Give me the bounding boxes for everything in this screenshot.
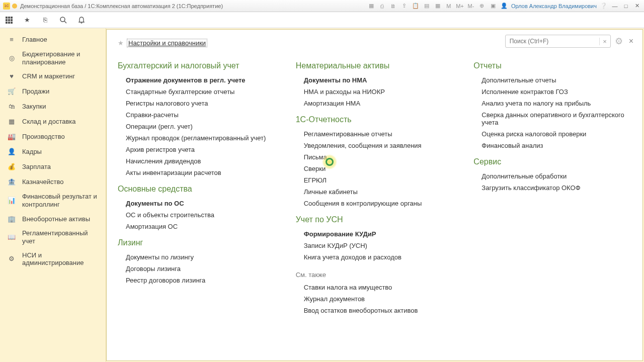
sidebar-item-treasury[interactable]: 🏦Казначейство <box>0 174 106 190</box>
nav-link[interactable]: Книга учета доходов и расходов <box>296 251 454 263</box>
calendar-icon[interactable]: ▦ <box>434 2 442 10</box>
chart-icon: 📊 <box>7 196 16 205</box>
nav-link[interactable]: Договоры лизинга <box>118 263 276 275</box>
sidebar-label: Продажи <box>22 87 49 96</box>
settings-icon[interactable]: ⚙ <box>615 36 623 47</box>
nav-link[interactable]: Загрузить классификатор ОКОФ <box>473 182 631 194</box>
nav-link[interactable]: Журнал проводок (регламентированный учет… <box>118 132 276 144</box>
nav-link[interactable]: Уведомления, сообщения и заявления <box>296 140 454 151</box>
sidebar-item-accounting[interactable]: 📖Регламентированный учет <box>0 226 106 248</box>
window-title: Демонстрационная база / 1С:Комплексная а… <box>20 3 367 9</box>
m-minus-label[interactable]: M- <box>467 2 475 10</box>
save-icon[interactable]: ▦ <box>367 2 375 10</box>
search-box: × <box>505 35 611 48</box>
sidebar-item-production[interactable]: 🏭Производство <box>0 129 106 144</box>
nav-link[interactable]: Журнал документов <box>296 293 454 305</box>
nav-link[interactable]: Амортизация ОС <box>118 221 276 232</box>
sidebar-label: Кадры <box>22 148 42 156</box>
nav-link[interactable]: Дополнительные отчеты <box>473 74 631 86</box>
document-icon[interactable]: 🗎 <box>389 2 397 10</box>
status-dot <box>12 4 17 9</box>
close-panel-button[interactable]: × <box>627 37 635 46</box>
nav-link[interactable]: Реестр договоров лизинга <box>118 275 276 286</box>
nav-link[interactable]: Анализ учета по налогу на прибыль <box>473 98 631 109</box>
nav-link[interactable]: Регламентированные отчеты <box>296 128 454 140</box>
user-name[interactable]: Орлов Александр Владимирович <box>511 3 597 9</box>
nav-link[interactable]: Отражение документов в регл. учете <box>118 74 276 86</box>
favorite-star-icon[interactable]: ★ <box>118 39 124 47</box>
calc-icon[interactable]: ▤ <box>423 2 431 10</box>
help-icon[interactable]: ❔ <box>600 2 608 10</box>
nav-link[interactable]: Сверки <box>296 163 454 174</box>
nav-link[interactable]: Ввод остатков внеоборотных активов <box>296 305 454 316</box>
heart-icon: ♥ <box>7 72 16 81</box>
zoom-icon[interactable]: ⊕ <box>478 2 486 10</box>
search-tool-icon[interactable] <box>58 15 68 25</box>
clipboard-icon[interactable]: 📋 <box>412 2 420 10</box>
nav-link[interactable]: Сверка данных оперативного и бухгалтерск… <box>473 109 631 128</box>
sidebar-item-finance[interactable]: 📊Финансовый результат и контроллинг <box>0 190 106 211</box>
nav-link[interactable]: Письма <box>296 151 454 163</box>
nav-link[interactable]: НМА и расходы на НИОКР <box>296 86 454 98</box>
nav-link[interactable]: ЕГРЮЛ <box>296 174 454 186</box>
nav-link[interactable]: Стандартные бухгалтерские отчеты <box>118 86 276 98</box>
nav-link[interactable]: Справки-расчеты <box>118 109 276 121</box>
nav-link[interactable]: Личные кабинеты <box>296 186 454 198</box>
money-icon: 💰 <box>7 162 16 171</box>
svg-line-1 <box>64 21 66 23</box>
sidebar-item-purchases[interactable]: 🛍Закупки <box>0 99 106 114</box>
search-input[interactable] <box>506 38 599 45</box>
user-icon: 👤 <box>500 2 508 10</box>
bell-icon[interactable] <box>76 15 87 25</box>
star-icon[interactable]: ★ <box>22 15 32 25</box>
sidebar-item-salary[interactable]: 💰Зарплата <box>0 159 106 174</box>
sidebar-item-nsi[interactable]: ⚙НСИ и администрирование <box>0 248 106 270</box>
sidebar-item-sales[interactable]: 🛒Продажи <box>0 84 106 99</box>
history-icon[interactable]: ▣ <box>489 2 497 10</box>
nav-link[interactable]: Документы по НМА <box>296 74 454 86</box>
nav-link[interactable]: Амортизация НМА <box>296 98 454 109</box>
favorite-link[interactable]: Настройки и справочники <box>127 39 207 47</box>
maximize-button[interactable]: □ <box>622 2 630 10</box>
nav-link[interactable]: Финансовый анализ <box>473 140 631 151</box>
nav-link[interactable]: Документы по лизингу <box>118 251 276 263</box>
nav-link[interactable]: Документы по ОС <box>118 198 276 209</box>
m-label[interactable]: M <box>445 2 453 10</box>
close-button[interactable]: ✕ <box>633 2 641 10</box>
search-clear-button[interactable]: × <box>599 38 610 45</box>
sidebar-label: Казначейство <box>22 178 63 186</box>
content-wrap: ⌂ × ⚙ × ★ Настройки и справочники Бухгал… <box>106 28 644 362</box>
print-icon[interactable]: ⎙ <box>378 2 386 10</box>
section-heading: Основные средства <box>118 185 276 194</box>
nav-link[interactable]: Регистры налогового учета <box>118 98 276 109</box>
sidebar-item-assets[interactable]: 🏢Внеоборотные активы <box>0 211 106 226</box>
nav-link[interactable]: Исполнение контрактов ГОЗ <box>473 86 631 98</box>
sidebar-item-crm[interactable]: ♥CRM и маркетинг <box>0 69 106 84</box>
bank-icon: 🏦 <box>7 177 16 187</box>
minimize-button[interactable]: — <box>611 2 619 10</box>
nav-link[interactable]: Записи КУДиР (УСН) <box>296 240 454 251</box>
sidebar-item-main[interactable]: ≡Главное <box>0 32 106 47</box>
nav-link[interactable]: Оценка риска налоговой проверки <box>473 128 631 140</box>
sidebar-label: Регламентированный учет <box>22 229 99 245</box>
section-heading: Лизинг <box>118 238 276 247</box>
link-icon[interactable]: ⇪ <box>400 2 409 10</box>
section-heading: Учет по УСН <box>296 215 454 224</box>
sidebar-item-budgeting[interactable]: ◎Бюджетирование и планирование <box>0 47 106 69</box>
nav-link[interactable]: Начисления дивидендов <box>118 155 276 167</box>
nav-link[interactable]: Дополнительные обработки <box>473 170 631 182</box>
nav-link[interactable]: ОС и объекты строительства <box>118 209 276 221</box>
sidebar-item-warehouse[interactable]: ▦Склад и доставка <box>0 114 106 129</box>
nav-link[interactable]: Ставки налога на имущество <box>296 282 454 293</box>
nav-link[interactable]: Формирование КУДиР <box>296 228 454 240</box>
column-3: ОтчетыДополнительные отчетыИсполнение ко… <box>473 55 631 316</box>
nav-link[interactable]: Архив регистров учета <box>118 144 276 155</box>
nav-link[interactable]: Операции (регл. учет) <box>118 121 276 132</box>
m-plus-label[interactable]: M+ <box>456 2 464 10</box>
clipboard-tool-icon[interactable]: ⎘ <box>40 15 50 25</box>
sidebar-label: Финансовый результат и контроллинг <box>22 193 99 208</box>
apps-icon[interactable] <box>4 15 14 25</box>
sidebar-item-hr[interactable]: 👤Кадры <box>0 144 106 159</box>
nav-link[interactable]: Сообщения в контролирующие органы <box>296 198 454 209</box>
nav-link[interactable]: Акты инвентаризации расчетов <box>118 167 276 178</box>
